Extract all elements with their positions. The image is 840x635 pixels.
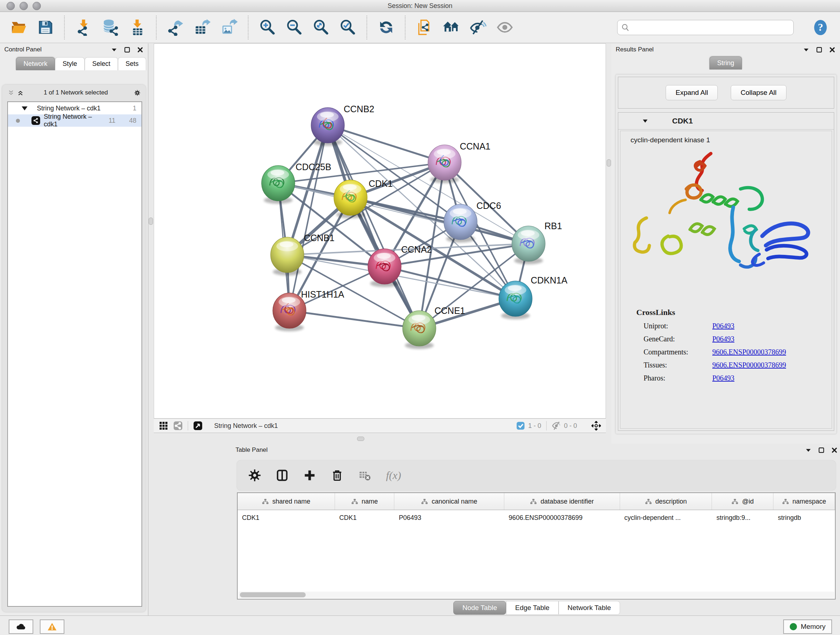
horizontal-splitter-handle[interactable] [357, 437, 364, 441]
table-cell[interactable]: CDK1 [238, 510, 335, 525]
network-canvas[interactable]: CCNB2CCNA1CDC25BCDK1CDC6RB1CCNB1CCNA2CDK… [154, 43, 606, 418]
column-header[interactable]: namespace [774, 493, 835, 510]
table-cell[interactable]: cyclin-dependent ... [620, 510, 712, 525]
tab-select[interactable]: Select [85, 57, 118, 70]
import-table-button[interactable] [128, 18, 146, 37]
column-header[interactable]: canonical name [394, 493, 504, 510]
column-header[interactable]: name [335, 493, 395, 510]
network-options-gear-icon[interactable] [134, 89, 141, 96]
window-controls[interactable] [6, 2, 41, 10]
open-session-button[interactable] [9, 18, 27, 37]
help-button[interactable]: ? [813, 19, 829, 36]
svg-text:?: ? [818, 21, 823, 33]
birdseye-toggle-icon[interactable] [592, 421, 601, 431]
detach-view-icon[interactable] [193, 421, 202, 431]
tab-network-table[interactable]: Network Table [559, 601, 620, 615]
export-network-button[interactable] [166, 18, 185, 37]
selected-checkbox-icon[interactable] [516, 421, 525, 431]
scrollbar-thumb[interactable] [240, 592, 306, 597]
network-view-icon[interactable] [173, 421, 183, 431]
svg-text:CCNB1: CCNB1 [304, 233, 335, 243]
zoom-fit-button[interactable] [312, 18, 330, 37]
search-box[interactable] [617, 20, 794, 35]
refresh-button[interactable] [377, 18, 395, 37]
memory-button[interactable]: Memory [783, 619, 832, 634]
grid-view-icon[interactable] [159, 421, 168, 431]
results-close-icon[interactable] [829, 46, 836, 53]
export-table-button[interactable] [193, 18, 211, 37]
crosslink-value-link[interactable]: P06493 [712, 374, 734, 382]
delete-table-button[interactable] [358, 469, 371, 481]
column-header[interactable]: database identifier [504, 493, 620, 510]
tab-node-table[interactable]: Node Table [453, 601, 506, 615]
table-cell[interactable]: 9606.ENSP00000378699 [504, 510, 620, 525]
import-network-database-button[interactable] [101, 18, 119, 37]
crosslink-value-link[interactable]: 9606.ENSP00000378699 [712, 348, 786, 356]
hide-selected-button[interactable] [469, 18, 487, 37]
crosslink-value-link[interactable]: P06493 [712, 322, 734, 330]
table-settings-button[interactable] [248, 469, 261, 481]
search-input[interactable] [633, 23, 790, 32]
tab-style[interactable]: Style [55, 57, 85, 70]
panel-close-icon[interactable] [136, 46, 144, 53]
table-row[interactable]: CDK1CDK1P064939606.ENSP00000378699cyclin… [238, 510, 835, 525]
results-float-icon[interactable] [815, 46, 823, 53]
column-header[interactable]: description [620, 493, 712, 510]
cloud-status-button[interactable] [9, 619, 33, 634]
table-close-icon[interactable] [831, 447, 838, 454]
function-builder-button[interactable]: f(x) [386, 469, 401, 481]
svg-text:RB1: RB1 [545, 221, 562, 231]
table-menu-icon[interactable] [805, 447, 812, 454]
table-cell[interactable]: CDK1 [335, 510, 395, 525]
tab-sets[interactable]: Sets [118, 57, 146, 70]
export-image-button[interactable] [220, 18, 238, 37]
column-header[interactable]: shared name [238, 493, 335, 510]
right-splitter-handle[interactable] [607, 159, 611, 166]
crosslink-row: GeneCard:P06493 [644, 335, 832, 343]
zoom-out-button[interactable] [285, 18, 303, 37]
table-float-icon[interactable] [818, 447, 825, 454]
collapse-all-button[interactable]: Collapse All [731, 85, 786, 100]
import-network-file-button[interactable] [74, 18, 93, 37]
panel-menu-icon[interactable] [111, 46, 118, 53]
zoom-selected-button[interactable] [339, 18, 357, 37]
expand-all-button[interactable]: Expand All [666, 85, 718, 100]
selected-counts: 1 - 0 [528, 422, 541, 430]
maximize-window-icon[interactable] [33, 2, 41, 10]
save-session-button[interactable] [36, 18, 54, 37]
collection-expander-icon[interactable] [22, 106, 27, 111]
table-cell[interactable]: P06493 [394, 510, 504, 525]
birdseye-button[interactable] [442, 18, 460, 37]
show-columns-button[interactable] [276, 469, 288, 481]
tab-string-results[interactable]: String [709, 57, 742, 70]
table-cell[interactable]: stringdb:9... [712, 510, 774, 525]
left-splitter-handle[interactable] [149, 218, 153, 225]
network-collection-row[interactable]: String Network – cdk1 1 [8, 102, 141, 114]
protein-section-header[interactable]: CDK1 [618, 112, 834, 130]
minimize-window-icon[interactable] [19, 2, 28, 10]
results-menu-icon[interactable] [802, 46, 810, 53]
create-column-button[interactable] [303, 469, 316, 481]
svg-text:CDC6: CDC6 [477, 201, 501, 211]
close-window-icon[interactable] [6, 2, 15, 10]
crosslink-value-link[interactable]: 9606.ENSP00000378699 [712, 361, 786, 369]
show-all-button[interactable] [496, 18, 514, 37]
panel-float-icon[interactable] [123, 46, 131, 53]
clone-network-button[interactable] [415, 18, 433, 37]
table-horizontal-scrollbar[interactable] [238, 592, 834, 598]
network-graph[interactable]: CCNB2CCNA1CDC25BCDK1CDC6RB1CCNB1CCNA2CDK… [154, 44, 606, 418]
delete-column-button[interactable] [331, 469, 343, 481]
table-cell[interactable]: stringdb [774, 510, 835, 525]
section-expander-icon[interactable] [642, 118, 648, 124]
column-header[interactable]: @id [712, 493, 774, 510]
tab-network[interactable]: Network [16, 57, 55, 70]
zoom-in-button[interactable] [258, 18, 276, 37]
results-panel-title: Results Panel [616, 46, 654, 53]
expand-all-networks-icon[interactable] [17, 89, 24, 96]
collapse-all-networks-icon[interactable] [7, 89, 14, 96]
hidden-eye-icon[interactable] [552, 421, 561, 431]
warnings-button[interactable] [40, 619, 65, 634]
crosslink-value-link[interactable]: P06493 [712, 335, 734, 343]
tab-edge-table[interactable]: Edge Table [506, 601, 559, 615]
network-row[interactable]: String Network – cdk1 11 48 [8, 114, 141, 127]
